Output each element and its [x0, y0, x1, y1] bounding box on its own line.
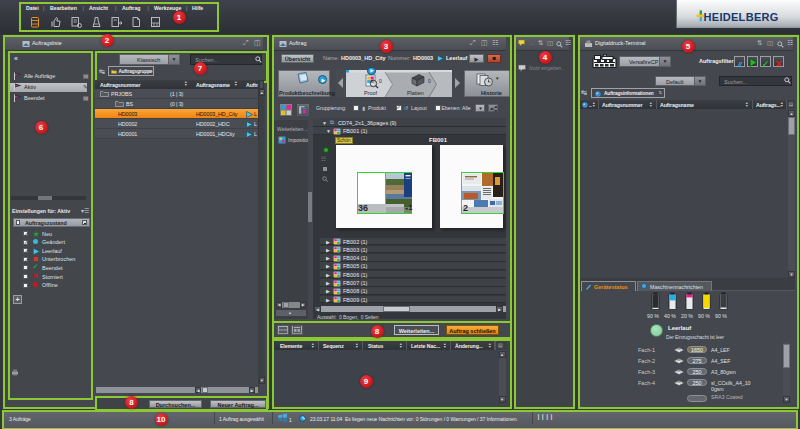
svg-text:HEIDELBERG: HEIDELBERG	[704, 11, 779, 23]
